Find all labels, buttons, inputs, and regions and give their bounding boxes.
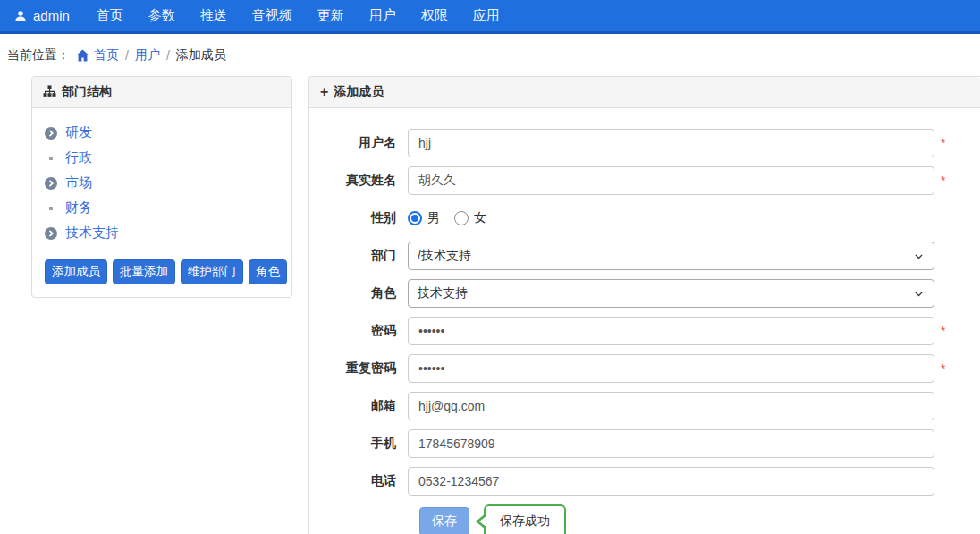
role-label: 角色	[309, 285, 408, 301]
breadcrumb-home-link[interactable]: 首页	[76, 47, 119, 64]
nav-item-push[interactable]: 推送	[188, 0, 240, 32]
tree-item-label: 研发	[65, 124, 92, 141]
form-row-department: 部门 /技术支持	[309, 242, 980, 270]
required-marker: *	[941, 324, 950, 338]
home-icon	[76, 49, 89, 62]
nav-item-params[interactable]: 参数	[136, 0, 188, 32]
sitemap-icon	[43, 85, 56, 100]
department-panel-title: 部门结构	[62, 84, 112, 100]
chevron-circle-right-icon	[45, 127, 57, 140]
tree-item-label: 技术支持	[65, 225, 119, 242]
realname-label: 真实姓名	[309, 173, 408, 189]
tree-item-market[interactable]: 市场	[45, 176, 279, 190]
save-row: 保存 保存成功	[309, 504, 980, 534]
form-row-email: 邮箱	[309, 392, 980, 420]
gender-option-female[interactable]: 女	[454, 210, 486, 226]
chevron-circle-right-icon	[45, 177, 57, 190]
add-member-form: 用户名 * 真实姓名 * 性别 男	[309, 108, 980, 534]
plus-icon: +	[320, 85, 328, 99]
gender-female-label: 女	[474, 210, 486, 226]
save-button[interactable]: 保存	[419, 507, 469, 534]
chevron-circle-right-icon	[45, 227, 57, 240]
sidebar-buttons: 添加成员 批量添加 维护部门 角色	[45, 259, 279, 284]
gender-male-label: 男	[427, 210, 440, 226]
nav-item-permissions[interactable]: 权限	[409, 0, 460, 32]
phone-label: 电话	[309, 473, 408, 489]
required-marker: *	[941, 136, 950, 150]
form-row-password-repeat: 重复密码 *	[309, 354, 980, 383]
required-marker: *	[941, 174, 950, 188]
username-label: 用户名	[309, 135, 408, 151]
chevron-down-icon	[913, 250, 925, 262]
password-repeat-input[interactable]	[408, 354, 934, 383]
breadcrumb-prefix: 当前位置：	[7, 47, 70, 64]
tree-item-label: 财务	[65, 199, 92, 216]
required-marker: *	[941, 361, 950, 376]
save-success-popover: 保存成功	[484, 504, 566, 534]
form-row-password: 密码 *	[309, 317, 980, 345]
mobile-input[interactable]	[408, 429, 934, 458]
navbar: admin 首页 参数 推送 音视频 更新 用户 权限 应用	[0, 0, 980, 34]
department-select-value: /技术支持	[418, 248, 471, 264]
gender-option-male[interactable]: 男	[408, 210, 440, 226]
department-tree: 研发 行政 市场 财务	[32, 108, 291, 297]
username-input[interactable]	[408, 129, 934, 157]
email-input[interactable]	[408, 392, 934, 420]
department-panel-header: 部门结构	[32, 77, 291, 108]
maintain-department-button[interactable]: 维护部门	[181, 259, 243, 284]
add-member-button[interactable]: 添加成员	[45, 259, 107, 284]
tree-item-label: 市场	[65, 174, 92, 191]
add-member-panel: + 添加成员 用户名 * 真实姓名 * 性别	[308, 76, 980, 534]
nav-item-apps[interactable]: 应用	[460, 0, 512, 32]
user-menu[interactable]: admin	[14, 8, 70, 23]
tree-item-label: 行政	[65, 149, 92, 166]
nav-item-users[interactable]: 用户	[357, 0, 409, 32]
user-name: admin	[33, 8, 70, 23]
add-member-panel-title: 添加成员	[334, 84, 384, 100]
department-panel: 部门结构 研发 行政 市场	[31, 76, 292, 298]
form-row-gender: 性别 男 女	[309, 204, 980, 233]
radio-unchecked-icon[interactable]	[454, 211, 469, 225]
role-button[interactable]: 角色	[249, 259, 287, 284]
tree-item-admin-dept[interactable]: 行政	[45, 151, 279, 165]
realname-input[interactable]	[408, 166, 934, 195]
nav-item-update[interactable]: 更新	[305, 0, 357, 32]
phone-input[interactable]	[408, 467, 934, 496]
nav-item-av[interactable]: 音视频	[240, 0, 305, 32]
tree-item-tech-support[interactable]: 技术支持	[45, 226, 279, 240]
leaf-bullet-icon	[49, 157, 53, 160]
chevron-down-icon	[913, 288, 925, 300]
breadcrumb-current: 添加成员	[176, 47, 226, 64]
form-row-phone: 电话	[309, 467, 980, 496]
leaf-bullet-icon	[49, 207, 53, 210]
role-select[interactable]: 技术支持	[408, 279, 934, 308]
gender-label: 性别	[309, 210, 408, 226]
form-row-mobile: 手机	[309, 429, 980, 458]
breadcrumb-separator: /	[125, 48, 129, 63]
batch-add-button[interactable]: 批量添加	[113, 259, 175, 284]
user-icon	[14, 10, 27, 22]
password-input[interactable]	[408, 317, 934, 345]
breadcrumb-user-link[interactable]: 用户	[135, 47, 160, 64]
department-label: 部门	[309, 248, 408, 264]
tree-item-finance[interactable]: 财务	[45, 201, 279, 215]
mobile-label: 手机	[309, 436, 408, 452]
gender-radio-group: 男 女	[408, 210, 486, 226]
radio-checked-icon[interactable]	[408, 211, 422, 225]
nav-item-home[interactable]: 首页	[84, 0, 136, 32]
password-label: 密码	[309, 323, 408, 339]
breadcrumb-separator: /	[166, 48, 170, 63]
email-label: 邮箱	[309, 398, 408, 414]
tree-item-rd[interactable]: 研发	[45, 126, 279, 140]
content: 部门结构 研发 行政 市场	[0, 76, 980, 534]
role-select-value: 技术支持	[418, 285, 468, 301]
form-row-realname: 真实姓名 *	[309, 166, 980, 195]
page: admin 首页 参数 推送 音视频 更新 用户 权限 应用 当前位置： 首页 …	[0, 0, 980, 534]
department-select[interactable]: /技术支持	[408, 242, 934, 270]
password-repeat-label: 重复密码	[309, 360, 408, 377]
add-member-panel-header: + 添加成员	[309, 77, 980, 108]
form-row-role: 角色 技术支持	[309, 279, 980, 308]
breadcrumb-home-label: 首页	[94, 47, 119, 64]
breadcrumb: 当前位置： 首页 / 用户 / 添加成员	[0, 34, 980, 76]
form-row-username: 用户名 *	[309, 129, 980, 157]
